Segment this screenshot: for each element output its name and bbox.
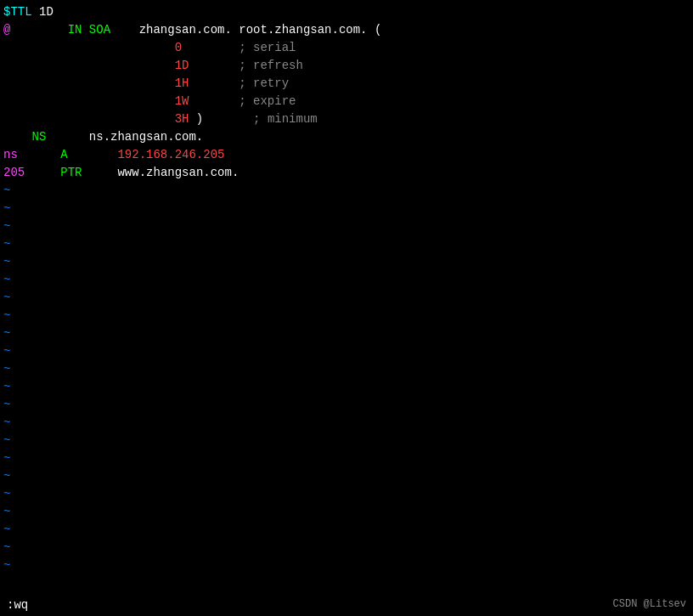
ptr-keyword: PTR	[60, 164, 82, 182]
at-symbol: @	[3, 21, 10, 39]
a-keyword: A	[60, 146, 67, 164]
tilde-21: ~	[0, 539, 693, 557]
terminal-window: $TTL 1D @ IN SOA zhangsan.com. root.zhan…	[0, 0, 693, 616]
minimum-line: 3H ) ; minimum	[0, 110, 693, 128]
command-input[interactable]: :wq	[7, 596, 28, 614]
tilde-22: ~	[0, 557, 693, 574]
ns-line: NS ns.zhangsan.com.	[0, 128, 693, 146]
in-keyword: IN	[68, 21, 82, 39]
ns-keyword: NS	[32, 128, 47, 146]
status-bar: :wq CSDN @Litsev	[0, 595, 693, 616]
minimum-value: 3H	[175, 110, 189, 128]
watermark: CSDN @Litsev	[613, 596, 686, 614]
serial-line: 0 ; serial	[0, 39, 693, 57]
tilde-12: ~	[0, 378, 693, 396]
refresh-value: 1D	[175, 57, 189, 75]
ptr-host: 205	[3, 164, 25, 182]
soa-keyword: SOA	[89, 21, 110, 39]
tilde-5: ~	[0, 253, 693, 271]
retry-value: 1H	[175, 75, 189, 93]
tilde-15: ~	[0, 432, 693, 449]
ptr-value: www.zhangsan.com.	[117, 164, 239, 182]
a-record-line: ns A 192.168.246.205	[0, 146, 693, 164]
retry-line: 1H ; retry	[0, 75, 693, 93]
tilde-14: ~	[0, 414, 693, 432]
ns-hostname: ns	[3, 146, 18, 164]
ttl-keyword: $TTL	[3, 3, 32, 21]
ip-address: 192.168.246.205	[117, 146, 224, 164]
tilde-11: ~	[0, 360, 693, 378]
expire-line: 1W ; expire	[0, 93, 693, 110]
tilde-1: ~	[0, 182, 693, 200]
tilde-6: ~	[0, 271, 693, 289]
tilde-19: ~	[0, 503, 693, 521]
tilde-8: ~	[0, 307, 693, 325]
expire-value: 1W	[175, 93, 189, 110]
tilde-7: ~	[0, 289, 693, 307]
tilde-20: ~	[0, 521, 693, 539]
serial-comment: ; serial	[182, 39, 296, 57]
retry-comment: ; retry	[189, 75, 289, 93]
tilde-9: ~	[0, 325, 693, 342]
refresh-comment: ; refresh	[189, 57, 302, 75]
tilde-3: ~	[0, 218, 693, 235]
soa-line: @ IN SOA zhangsan.com. root.zhangsan.com…	[0, 21, 693, 39]
tilde-18: ~	[0, 485, 693, 503]
tilde-2: ~	[0, 200, 693, 218]
expire-comment: ; expire	[189, 93, 296, 110]
ns-value: ns.zhangsan.com.	[89, 128, 203, 146]
tilde-10: ~	[0, 342, 693, 360]
tilde-17: ~	[0, 467, 693, 485]
serial-value: 0	[175, 39, 182, 57]
ttl-value: 1D	[32, 3, 54, 21]
tilde-13: ~	[0, 396, 693, 414]
tilde-16: ~	[0, 449, 693, 467]
tilde-4: ~	[0, 235, 693, 253]
ttl-line: $TTL 1D	[0, 3, 693, 21]
refresh-line: 1D ; refresh	[0, 57, 693, 75]
minimum-comment: ; minimum	[253, 110, 318, 128]
ptr-record-line: 205 PTR www.zhangsan.com.	[0, 164, 693, 182]
